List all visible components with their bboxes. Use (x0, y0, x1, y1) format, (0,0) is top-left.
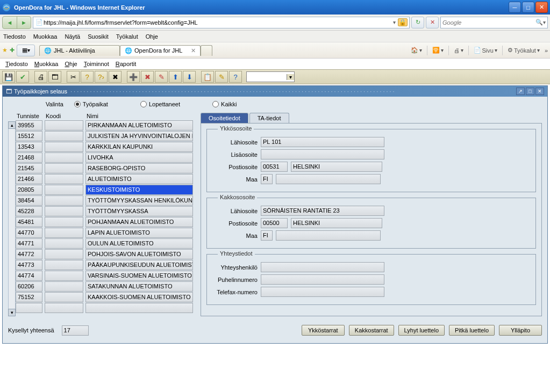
table-row[interactable]: 21466ALUETOIMISTO (16, 174, 194, 184)
home-button[interactable]: 🏠▾ (409, 47, 424, 54)
tab-jhl-aktiivilinja[interactable]: 🌐 JHL - Aktiivilinja (39, 45, 120, 56)
up-icon[interactable]: ⬆ (169, 71, 182, 83)
cell-tunniste[interactable]: 21545 (16, 163, 42, 173)
cell-koodi[interactable] (45, 142, 83, 152)
cell-tunniste[interactable]: 75152 (16, 292, 42, 302)
forward-button[interactable]: ► (17, 17, 31, 28)
cell-nimi[interactable]: KAAKKOIS-SUOMEN ALUETOIMISTO MIKK (85, 292, 193, 302)
search-input[interactable] (442, 19, 535, 26)
cell-koodi[interactable] (45, 174, 83, 184)
cell-nimi[interactable]: POHJOIS-SAVON ALUETOIMISTO (85, 249, 193, 259)
cell-tunniste[interactable]: 38454 (16, 195, 42, 206)
cell-tunniste[interactable]: 21466 (16, 174, 42, 184)
cell-nimi[interactable]: VARSINAIS-SUOMEN ALUETOIMISTO (85, 271, 193, 281)
findnext-icon[interactable]: ?› (95, 71, 108, 83)
form-icon[interactable]: 📋 (201, 71, 214, 83)
check-icon[interactable]: ✔ (16, 71, 29, 83)
cell-nimi[interactable]: OULUN ALUETOIMISTO (85, 238, 193, 249)
add-favorite-icon[interactable]: ✚ (10, 47, 15, 54)
search-dropdown[interactable]: ▾ (543, 19, 546, 25)
yllapito-button[interactable]: Ylläpito (499, 325, 542, 336)
new-tab-button[interactable] (201, 45, 212, 56)
cell-tunniste[interactable]: 45228 (16, 206, 42, 216)
refresh-button[interactable]: ↻ (411, 17, 424, 28)
cell-nimi[interactable]: PÄÄKAUPUNKISEUDUN ALUETOIMISTO (85, 260, 193, 270)
table-row[interactable]: 15512JULKISTEN JA HYVINVOINTIALOJEN LTO (16, 131, 194, 141)
cell-koodi[interactable] (45, 292, 83, 302)
cell-koodi[interactable] (45, 238, 83, 249)
ykkos-maa[interactable]: FI (261, 174, 273, 184)
back-button[interactable]: ◄ (3, 17, 17, 28)
print-button[interactable]: 🖨▾ (452, 47, 465, 54)
cancel-icon[interactable]: ✖ (109, 71, 122, 83)
pitka-luettelo-button[interactable]: Pitkä luettelo (449, 325, 495, 336)
cell-koodi[interactable] (45, 163, 83, 173)
kakkos-lahiosoite[interactable]: SÖRNÄISTEN RANTATIE 23 (261, 206, 384, 216)
cell-tunniste[interactable]: 60206 (16, 281, 42, 292)
radio-tyopaikat[interactable]: Työpaikat (74, 101, 108, 107)
appmenu-toiminnot[interactable]: Toiminnot (84, 61, 109, 67)
table-row[interactable]: 39955PIRKANMAAN ALUETOIMISTO (16, 120, 194, 130)
close-tab-icon[interactable]: ✕ (191, 47, 196, 54)
table-row[interactable]: 21545RASEBORG-OPISTO (16, 163, 194, 173)
toolbar-combo[interactable]: ▾ (246, 71, 295, 82)
table-row[interactable]: 44774VARSINAIS-SUOMEN ALUETOIMISTO (16, 271, 194, 281)
kakkos-postinro[interactable]: 00500 (261, 218, 288, 228)
cell-nimi[interactable]: POHJANMAAN ALUETOIMISTO (85, 217, 193, 227)
cell-tunniste[interactable]: 44771 (16, 238, 42, 249)
edit-icon[interactable]: ✎ (155, 71, 168, 83)
pencil-icon[interactable]: ✎ (215, 71, 228, 83)
tab-opendora[interactable]: 🌐 OpenDora for JHL ✕ (120, 45, 201, 56)
delrow-icon[interactable]: ✖ (141, 71, 154, 83)
cell-tunniste[interactable]: 21468 (16, 153, 42, 163)
feed-button[interactable]: 🛜▾ (431, 47, 445, 54)
page-menu[interactable]: 📄 Sivu ▾ (472, 47, 499, 54)
menu-tiedosto[interactable]: Tiedosto (3, 33, 26, 40)
menu-tyokalut[interactable]: Työkalut (116, 33, 138, 40)
url-input[interactable] (44, 19, 390, 26)
cell-koodi[interactable] (45, 131, 83, 141)
table-row[interactable]: 21468LIVOHKA (16, 153, 194, 163)
ykkos-postitoimip[interactable]: HELSINKI (291, 162, 382, 172)
sub-close-button[interactable]: ✕ (535, 88, 544, 95)
ykkostarrat-button[interactable]: Ykköstarrat (302, 325, 345, 336)
cell-nimi[interactable]: KESKUSTOIMISTO (85, 185, 193, 195)
addrow-icon[interactable]: ➕ (127, 71, 140, 83)
cell-koodi[interactable] (45, 228, 83, 238)
ykkos-postinro[interactable]: 00531 (261, 162, 288, 172)
menu-ohje[interactable]: Ohje (146, 33, 158, 40)
table-row[interactable]: 38454TYÖTTÖMYYSKASSAN HENKILÖKUNTA (16, 195, 194, 206)
puhelin[interactable] (261, 274, 384, 285)
help-icon[interactable]: ? (229, 71, 242, 83)
cell-koodi[interactable] (45, 303, 83, 313)
cell-tunniste[interactable]: 20805 (16, 185, 42, 195)
cell-nimi[interactable]: SATAKUNNAN ALUETOIMISTO (85, 281, 193, 292)
cell-nimi[interactable]: KARKKILAN KAUPUNKI (85, 142, 193, 152)
find-icon[interactable]: ? (81, 71, 94, 83)
cell-nimi[interactable]: TYÖTTÖMYYSKASSAN HENKILÖKUNTA (85, 195, 193, 206)
cell-tunniste[interactable]: 44774 (16, 271, 42, 281)
cut-icon[interactable]: ✂ (67, 71, 80, 83)
cell-koodi[interactable] (45, 195, 83, 206)
cell-nimi[interactable]: JULKISTEN JA HYVINVOINTIALOJEN LTO (85, 131, 193, 141)
table-row[interactable]: 44771OULUN ALUETOIMISTO (16, 238, 194, 249)
table-row[interactable]: 45481POHJANMAAN ALUETOIMISTO (16, 217, 194, 227)
cell-koodi[interactable] (45, 153, 83, 163)
tab-osoitetiedot[interactable]: Osoitetiedot (201, 113, 248, 123)
preview-icon[interactable]: 🗔 (48, 71, 61, 83)
url-dropdown[interactable]: ▾ (390, 19, 398, 25)
kakkos-maanimi[interactable] (276, 230, 381, 241)
more-icon[interactable]: » (545, 47, 548, 54)
appmenu-ohje[interactable]: Ohje (65, 61, 77, 67)
stop-button[interactable]: ✕ (426, 17, 439, 28)
ykkos-lahiosoite[interactable]: PL 101 (261, 137, 384, 147)
cell-tunniste[interactable]: 44773 (16, 260, 42, 270)
tab-ta-tiedot[interactable]: TA-tiedot (249, 113, 289, 123)
cell-nimi[interactable]: PIRKANMAAN ALUETOIMISTO (85, 120, 193, 130)
menu-muokkaa[interactable]: Muokkaa (33, 33, 58, 40)
down-icon[interactable]: ⬇ (183, 71, 196, 83)
cell-nimi[interactable] (85, 303, 193, 313)
cell-koodi[interactable] (45, 249, 83, 259)
table-row[interactable]: 44772POHJOIS-SAVON ALUETOIMISTO (16, 249, 194, 259)
save-icon[interactable]: 💾 (2, 71, 15, 83)
